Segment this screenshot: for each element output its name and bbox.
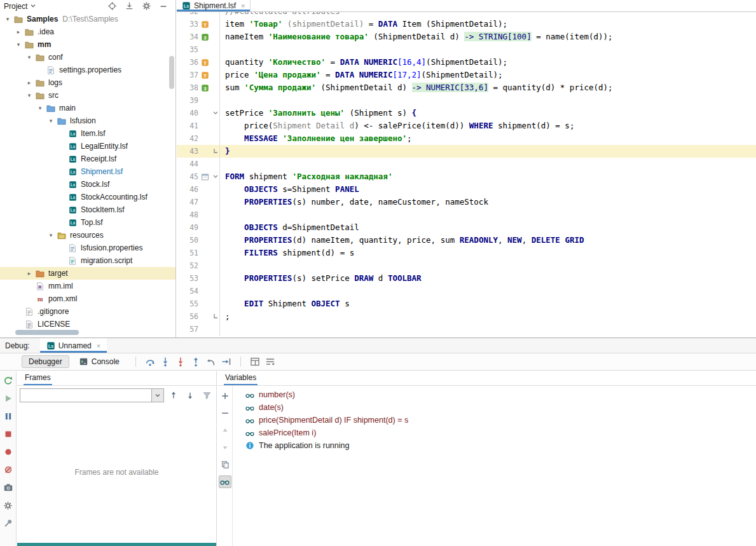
line-number[interactable]: 50 xyxy=(177,234,198,247)
project-title[interactable]: Project xyxy=(4,2,27,11)
tree-item[interactable]: LsLegalEntity.lsf xyxy=(0,140,175,153)
frame-down-icon[interactable] xyxy=(184,389,196,402)
tree-item[interactable]: mpom.xml xyxy=(0,292,175,305)
watch-item[interactable]: number(s) xyxy=(245,388,753,401)
line-number[interactable]: 36 xyxy=(177,56,198,69)
stored-property-icon[interactable]: T xyxy=(198,56,211,69)
code-line[interactable]: 47 PROPERTIES(s) number, date, nameCusto… xyxy=(177,196,756,208)
tree-item[interactable]: migration.script xyxy=(0,254,175,267)
fold-end-icon[interactable] xyxy=(211,145,219,158)
stop-icon[interactable] xyxy=(2,428,15,440)
stored-property-icon[interactable]: T xyxy=(198,69,211,81)
tree-item[interactable]: .gitignore xyxy=(0,305,175,318)
code-line[interactable]: 54 xyxy=(177,285,756,297)
line-number[interactable]: 52 xyxy=(177,259,198,272)
tree-item[interactable]: ▾resources xyxy=(0,229,175,242)
pause-icon[interactable] xyxy=(2,410,15,423)
code-line[interactable]: 36Tquantity 'Количество' = DATA NUMERIC[… xyxy=(177,56,756,69)
run-to-cursor-icon[interactable] xyxy=(219,355,234,368)
tree-item[interactable]: LICENSE xyxy=(0,318,175,330)
fold-open-icon[interactable] xyxy=(211,107,219,119)
hide-panel-icon[interactable] xyxy=(158,1,169,11)
project-vertical-scrollbar[interactable] xyxy=(169,56,174,89)
code-line[interactable]: 40setPrice 'Заполнить цены' (Shipment s)… xyxy=(177,107,756,119)
chevron-down-icon[interactable] xyxy=(30,2,36,11)
line-number[interactable]: 57 xyxy=(177,323,198,336)
line-number[interactable]: 38 xyxy=(177,81,198,94)
line-number[interactable]: 56 xyxy=(177,310,198,323)
collapse-all-icon[interactable] xyxy=(123,1,135,11)
duplicate-icon[interactable] xyxy=(219,458,231,471)
line-number[interactable]: 32 xyxy=(177,12,198,18)
tab-debugger[interactable]: Debugger xyxy=(22,355,69,368)
line-number[interactable]: 35 xyxy=(177,43,198,56)
frames-scrollbar[interactable] xyxy=(17,543,216,546)
code-line[interactable]: 57 xyxy=(177,323,756,336)
chevron-down-icon[interactable]: ▾ xyxy=(24,92,34,99)
frames-combobox[interactable] xyxy=(20,388,164,402)
line-number[interactable]: 40 xyxy=(177,107,198,119)
line-number[interactable]: 45 xyxy=(177,170,198,183)
settings-menu-icon[interactable] xyxy=(263,355,278,368)
chevron-down-icon[interactable] xyxy=(151,389,163,402)
code-line[interactable]: 50 PROPERTIES(d) nameItem, quantity, pri… xyxy=(177,234,756,247)
code-line[interactable]: 39 xyxy=(177,94,756,107)
view-breakpoints-icon[interactable] xyxy=(2,446,15,458)
line-number[interactable]: 34 xyxy=(177,31,198,43)
calculated-property-icon[interactable]: 3 xyxy=(198,31,211,43)
thread-dump-icon[interactable] xyxy=(2,481,15,494)
code-line[interactable]: 52 xyxy=(177,259,756,272)
tree-item[interactable]: ▾mm xyxy=(0,38,175,51)
code-line[interactable]: 41 price(Shipment Detail d) <- salePrice… xyxy=(177,119,756,132)
code-line[interactable]: 43} xyxy=(177,145,756,158)
chevron-down-icon[interactable]: ▾ xyxy=(46,232,56,238)
tree-item[interactable]: LsStockAccounting.lsf xyxy=(0,191,175,203)
restore-layout-icon[interactable] xyxy=(247,355,263,368)
code-line[interactable]: 44 xyxy=(177,158,756,170)
chevron-down-icon[interactable]: ▾ xyxy=(13,41,24,48)
line-number[interactable]: 46 xyxy=(177,183,198,196)
code-line[interactable]: 383sum 'Сумма продажи' (ShipmentDetail d… xyxy=(177,81,756,94)
line-number[interactable]: 42 xyxy=(177,132,198,145)
tree-item[interactable]: settings.properties xyxy=(0,64,175,76)
tree-item[interactable]: ▸.idea xyxy=(0,25,175,38)
close-icon[interactable]: × xyxy=(97,342,100,350)
drop-frame-icon[interactable] xyxy=(203,355,219,368)
chevron-right-icon[interactable]: ▸ xyxy=(13,29,24,35)
line-number[interactable]: 41 xyxy=(177,119,198,132)
tree-item[interactable]: LsShipment.lsf xyxy=(0,165,175,178)
line-number[interactable]: 51 xyxy=(177,247,198,259)
fold-end-icon[interactable] xyxy=(211,310,219,323)
tab-console[interactable]: Console xyxy=(72,355,127,368)
pin-icon[interactable] xyxy=(2,517,15,529)
tree-item[interactable]: LsItem.lsf xyxy=(0,127,175,140)
fold-open-icon[interactable] xyxy=(211,170,219,183)
code-line[interactable]: 48 xyxy=(177,208,756,221)
line-number[interactable]: 49 xyxy=(177,221,198,234)
chevron-right-icon[interactable]: ▸ xyxy=(24,79,34,86)
code-line[interactable]: 45FORM shipment 'Расходная накладная' xyxy=(177,170,756,183)
code-line[interactable]: 51 FILTERS shipment(d) = s xyxy=(177,247,756,259)
line-number[interactable]: 37 xyxy=(177,69,198,81)
mute-breakpoints-icon[interactable] xyxy=(2,463,15,476)
tree-item[interactable]: ▾src xyxy=(0,89,175,102)
tree-item[interactable]: ▾lsfusion xyxy=(0,114,175,127)
code-line[interactable]: 53 PROPERTIES(s) setPrice DRAW d TOOLBAR xyxy=(177,272,756,285)
line-number[interactable]: 47 xyxy=(177,196,198,208)
chevron-down-icon[interactable]: ▾ xyxy=(24,54,34,60)
line-number[interactable]: 39 xyxy=(177,94,198,107)
calculated-property-icon[interactable]: 3 xyxy=(198,81,211,94)
code-line[interactable]: 32//#calculated attributes xyxy=(177,12,756,18)
code-line[interactable]: 42 MESSAGE 'Заполнение цен завершено'; xyxy=(177,132,756,145)
resume-icon[interactable] xyxy=(2,392,15,405)
frame-up-icon[interactable] xyxy=(167,389,180,402)
move-up-icon[interactable] xyxy=(219,424,231,437)
tree-item[interactable]: ▾main xyxy=(0,102,175,114)
project-horizontal-scrollbar[interactable] xyxy=(15,330,79,335)
force-step-into-icon[interactable] xyxy=(173,355,188,368)
move-down-icon[interactable] xyxy=(219,441,231,454)
tree-item[interactable]: LsReceipt.lsf xyxy=(0,153,175,165)
code-line[interactable]: 33Titem 'Товар' (shipmentDetail) = DATA … xyxy=(177,18,756,31)
variables-tab[interactable]: Variables xyxy=(224,372,258,385)
line-number[interactable]: 44 xyxy=(177,158,198,170)
